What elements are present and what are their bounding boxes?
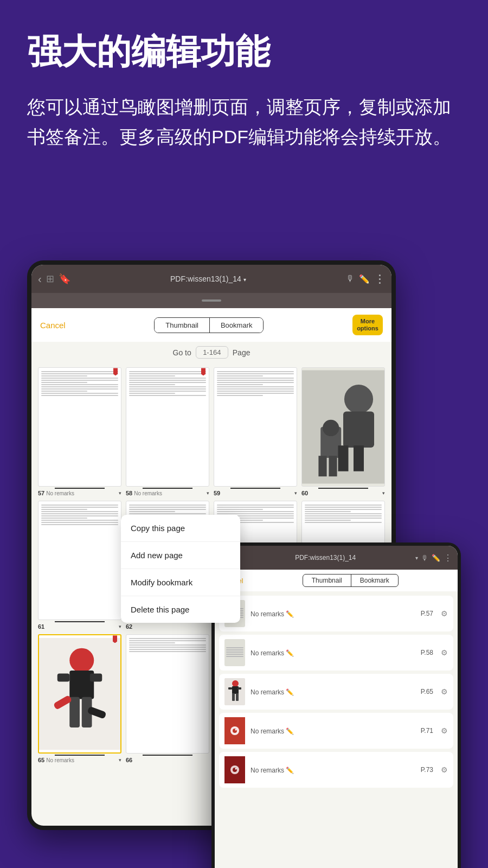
bm-page-65: P.65: [421, 688, 435, 695]
svg-point-19: [232, 680, 239, 687]
page-remark-57: No remarks: [46, 490, 74, 496]
svg-rect-5: [338, 446, 349, 472]
bm-settings-65[interactable]: ⚙: [441, 687, 448, 696]
text-lines-59: [214, 368, 297, 400]
mic-icon[interactable]: 🎙: [346, 274, 355, 284]
svg-rect-14: [69, 697, 80, 727]
bm-figure-65: [224, 678, 245, 705]
bm-thumb-65: [224, 678, 245, 705]
bm-settings-58[interactable]: ⚙: [441, 648, 448, 657]
thumbnail-58[interactable]: 58 No remarks ▾: [126, 367, 209, 496]
bm-remark-73: No remarks ✏️: [251, 767, 294, 774]
toolbar-dot: [202, 299, 221, 302]
secondary-screen: ‹ 🔖 PDF:wissen13(1)_14 ▾ 🎙 ✏️ ⋮ Cancel T…: [215, 546, 458, 868]
bookmark-item-65[interactable]: No remarks ✏️ P.65 ⚙: [219, 674, 453, 710]
secondary-tab-bar: Cancel Thumbnail Bookmark: [215, 570, 458, 591]
bookmark-item-73[interactable]: No remarks ✏️ P.73 ⚙: [219, 752, 453, 788]
page-num-62: 62: [126, 623, 132, 630]
grid-icon[interactable]: ⊞: [46, 273, 54, 285]
bm-page-58: P.58: [421, 649, 435, 656]
hero-description: 您可以通过鸟瞰图增删页面，调整页序，复制或添加书签备注。更多高级的PDF编辑功能…: [27, 92, 461, 151]
context-menu: Copy this page Add new page Modify bookm…: [121, 515, 240, 623]
pen-icon[interactable]: ✏️: [359, 274, 370, 284]
more-options-button[interactable]: More options: [352, 315, 383, 335]
svg-rect-24: [236, 693, 239, 701]
header-title: PDF:wissen13(1)_14 ▾: [75, 275, 342, 283]
sec-mic-icon[interactable]: 🎙: [421, 554, 428, 562]
bookmark-item-57[interactable]: No remarks ✏️ P.57 ⚙: [219, 596, 453, 631]
bm-info-71: No remarks ✏️: [251, 726, 415, 736]
sec-more-icon[interactable]: ⋮: [444, 553, 452, 563]
page60-illustration: [302, 368, 384, 486]
bm-remark-58: No remarks ✏️: [251, 649, 294, 657]
thumbnail-66[interactable]: 66: [126, 634, 209, 763]
page-num-60: 60: [301, 490, 308, 496]
thumbnail-65[interactable]: 65 No remarks ▾: [38, 634, 121, 763]
thumbnail-tab[interactable]: Thumbnail: [155, 318, 210, 333]
text-lines-58: [126, 368, 209, 400]
page-num-57: 57: [38, 490, 44, 496]
bm-info-65: No remarks ✏️: [251, 687, 415, 697]
svg-rect-2: [343, 412, 374, 448]
delete-page-menu-item[interactable]: Delete this page: [121, 596, 240, 623]
svg-point-10: [69, 648, 94, 673]
bm-remark-71: No remarks ✏️: [251, 727, 294, 735]
page-num-59: 59: [214, 490, 220, 496]
page-remark-65: No remarks: [46, 757, 74, 763]
thumbnail-59[interactable]: 59 ▾: [214, 367, 297, 496]
bookmark-item-71[interactable]: No remarks ✏️ P.71 ⚙: [219, 713, 453, 749]
page-thumb-58: [126, 367, 209, 487]
svg-rect-8: [329, 456, 337, 477]
bookmark-tab[interactable]: Bookmark: [210, 318, 264, 333]
svg-rect-12: [57, 674, 70, 682]
bm-thumb-73: [224, 756, 245, 783]
back-button[interactable]: ‹: [38, 273, 42, 285]
svg-rect-22: [237, 687, 241, 690]
more-icon[interactable]: ⋮: [374, 272, 385, 285]
bm-settings-71[interactable]: ⚙: [441, 726, 448, 735]
bookmark-icon[interactable]: 🔖: [59, 273, 70, 285]
bm-settings-57[interactable]: ⚙: [441, 609, 448, 618]
bm-remark-65: No remarks ✏️: [251, 688, 294, 696]
page-thumb-60: [301, 367, 385, 487]
bm-eye-71: [224, 717, 245, 744]
add-page-menu-item[interactable]: Add new page: [121, 542, 240, 569]
goto-input[interactable]: 1-164: [196, 346, 228, 359]
svg-point-32: [235, 768, 237, 770]
sec-bookmark-tab[interactable]: Bookmark: [351, 575, 398, 586]
page-num-65: 65: [38, 757, 44, 763]
tab-bar: Cancel Thumbnail Bookmark More options: [31, 308, 391, 342]
cancel-button[interactable]: Cancel: [40, 321, 66, 330]
bookmark-item-58[interactable]: No remarks ✏️ P.58 ⚙: [219, 635, 453, 671]
secondary-header: ‹ 🔖 PDF:wissen13(1)_14 ▾ 🎙 ✏️ ⋮: [215, 546, 458, 570]
svg-rect-7: [318, 456, 326, 477]
svg-rect-20: [232, 686, 239, 694]
modify-bookmark-menu-item[interactable]: Modify bookmark: [121, 569, 240, 596]
bm-page-57: P.57: [421, 610, 435, 617]
sec-pen-icon[interactable]: ✏️: [432, 554, 440, 562]
device-area: ‹ ⊞ 🔖 PDF:wissen13(1)_14 ▾ 🎙 ✏️ ⋮ Cancel…: [27, 260, 461, 868]
copy-page-menu-item[interactable]: Copy this page: [121, 515, 240, 542]
thumbnail-61[interactable]: 61 ▾: [38, 501, 121, 630]
bookmark-flag-57: [113, 368, 118, 375]
text-lines-64: [302, 501, 384, 527]
page-thumb-59: [214, 367, 297, 487]
goto-label-after: Page: [233, 348, 251, 357]
text-lines-57: [38, 368, 121, 400]
thumbnail-57[interactable]: 57 No remarks ▾: [38, 367, 121, 496]
tablet-header: ‹ ⊞ 🔖 PDF:wissen13(1)_14 ▾ 🎙 ✏️ ⋮: [31, 265, 391, 293]
bm-settings-73[interactable]: ⚙: [441, 765, 448, 774]
bookmark-list: No remarks ✏️ P.57 ⚙: [215, 591, 458, 795]
svg-rect-21: [228, 687, 232, 690]
bm-thumb-58: [224, 639, 245, 666]
page-thumb-65: [38, 634, 121, 754]
bm-thumb-71: [224, 717, 245, 744]
thumbnail-60[interactable]: 60 ▾: [301, 367, 385, 496]
svg-rect-23: [232, 693, 235, 701]
bookmark-flag-58: [201, 368, 206, 375]
svg-rect-6: [354, 446, 364, 472]
page-num-61: 61: [38, 623, 44, 630]
sec-thumbnail-tab[interactable]: Thumbnail: [303, 575, 351, 586]
bm-eye-73: [224, 756, 245, 783]
svg-rect-13: [90, 674, 102, 682]
